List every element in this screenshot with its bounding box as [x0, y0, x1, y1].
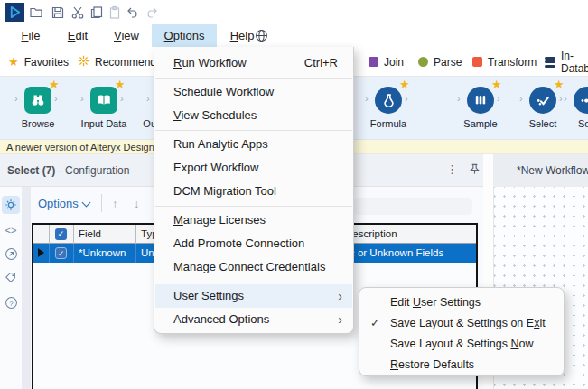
select-all-checkbox[interactable]: ✓	[55, 228, 67, 240]
pin-icon[interactable]	[468, 162, 481, 179]
menu-item-manage-licenses[interactable]: Manage Licenses	[155, 208, 352, 232]
cut-icon[interactable]	[70, 5, 85, 20]
column-header-field[interactable]: Field	[73, 225, 135, 244]
copy-icon[interactable]	[89, 5, 104, 20]
formula-flask-icon	[375, 87, 402, 114]
category-parse[interactable]: Parse	[418, 47, 462, 77]
options-row-field	[353, 198, 472, 215]
configuration-title: Select (7) - Configuration	[7, 164, 129, 177]
tool-browse[interactable]: › › ★ Browse	[5, 77, 70, 140]
user-settings-submenu: Edit User Settings ✓ Save Layout & Setti…	[359, 287, 565, 376]
select-check-icon	[529, 87, 556, 114]
menu-item-view-schedules[interactable]: View Schedules	[155, 104, 352, 127]
submenu-arrow-icon: ›	[338, 308, 342, 331]
menu-item-schedule-workflow[interactable]: Schedule Workflow	[155, 80, 352, 104]
favorite-star-icon: ★	[491, 78, 502, 91]
favorite-star-icon: ★	[49, 78, 60, 91]
chevron-down-icon	[83, 199, 90, 207]
row-checkbox[interactable]: ✓	[55, 247, 67, 259]
open-folder-icon[interactable]	[29, 5, 43, 20]
help-icon[interactable]: ?	[2, 293, 20, 311]
menu-item-export-workflow[interactable]: Export Workflow	[155, 156, 352, 180]
checkmark-icon: ✓	[370, 313, 379, 334]
submenu-item-restore-defaults[interactable]: Restore Defaults	[361, 355, 562, 375]
config-side-strip: <> ?	[0, 187, 22, 389]
open-external-icon[interactable]	[2, 245, 20, 263]
database-icon	[545, 57, 555, 68]
favorite-star-icon: ★	[399, 78, 410, 91]
redo-icon[interactable]	[145, 5, 159, 20]
gear-icon[interactable]	[2, 196, 20, 214]
tool-sample[interactable]: › › ★ Sample	[448, 77, 513, 140]
menu-item-user-settings[interactable]: User Settings ›	[155, 284, 352, 308]
menu-item-add-promote-connection[interactable]: Add Promote Connection	[155, 232, 352, 255]
globe-icon[interactable]	[255, 29, 268, 42]
submenu-item-save-layout-now[interactable]: Save Layout & Settings Now	[361, 334, 562, 355]
sample-test-tubes-icon	[467, 87, 494, 114]
undo-icon[interactable]	[126, 5, 140, 20]
workflow-tab[interactable]: *New Workflow1	[517, 164, 588, 177]
menu-edit[interactable]: Edit	[58, 24, 98, 47]
current-row-indicator-icon	[38, 248, 44, 257]
menu-item-dcm-migration-tool[interactable]: DCM Migration Tool	[155, 180, 352, 203]
menu-item-run-analytic-apps[interactable]: Run Analytic Apps	[155, 133, 352, 156]
star-icon: ★	[8, 56, 19, 68]
category-transform[interactable]: Transform	[472, 47, 537, 77]
category-favorites[interactable]: ★ Favorites	[8, 47, 69, 77]
shortcut-label: Ctrl+R	[304, 51, 338, 75]
category-in-database[interactable]: In-Database	[545, 47, 588, 77]
menu-view[interactable]: View	[105, 24, 148, 47]
submenu-arrow-icon: ›	[338, 284, 342, 308]
more-options-kebab-icon[interactable]: ⋮	[446, 162, 458, 176]
tool-input-data[interactable]: › › ★ Input Data	[71, 77, 136, 140]
tool-sort[interactable]: › › ★ Sort	[555, 77, 588, 140]
menu-item-run-workflow[interactable]: Run Workflow Ctrl+R	[155, 51, 352, 75]
submenu-item-save-layout-on-exit[interactable]: ✓ Save Layout & Settings on Exit	[361, 313, 562, 334]
parse-icon	[418, 57, 428, 67]
menu-item-manage-connect-credentials[interactable]: Manage Connect Credentials	[155, 255, 352, 279]
sparkle-icon	[78, 55, 89, 69]
submenu-item-edit-user-settings[interactable]: Edit User Settings	[361, 292, 562, 313]
tag-icon[interactable]	[2, 269, 20, 287]
panel-gutter	[22, 187, 31, 389]
paste-icon[interactable]	[107, 5, 122, 20]
titlebar	[0, 0, 588, 24]
menu-options[interactable]: Options	[152, 24, 217, 47]
menu-item-advanced-options[interactable]: Advanced Options ›	[155, 308, 352, 331]
options-dropdown[interactable]: Options	[38, 197, 79, 210]
svg-text:?: ?	[9, 299, 14, 307]
options-menu: Run Workflow Ctrl+R Schedule Workflow Vi…	[154, 47, 354, 334]
sort-circles-icon	[574, 87, 588, 114]
alteryx-designer-window: File Edit View Options Help ★ Favorites …	[0, 0, 588, 389]
tool-formula[interactable]: › › ★ Formula	[356, 77, 421, 140]
menubar: File Edit View Options Help	[0, 24, 588, 47]
browse-binoculars-icon	[24, 87, 51, 114]
alteryx-logo-icon	[5, 3, 24, 22]
favorite-star-icon: ★	[115, 78, 126, 91]
code-icon[interactable]: <>	[2, 221, 20, 239]
move-down-icon[interactable]: ↓	[134, 197, 140, 210]
transform-icon	[472, 57, 482, 67]
move-up-icon[interactable]: ↑	[112, 197, 118, 210]
join-icon	[369, 57, 378, 67]
menu-file[interactable]: File	[11, 24, 51, 47]
workflow-tab-bar: *New Workflow1	[493, 154, 588, 187]
input-data-book-icon	[90, 87, 117, 114]
category-join[interactable]: Join	[369, 47, 404, 77]
save-icon[interactable]	[51, 5, 65, 20]
